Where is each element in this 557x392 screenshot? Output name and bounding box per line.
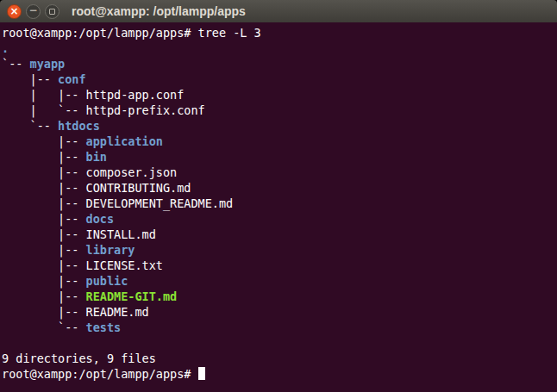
terminal-text: | |-- httpd-app.conf — [2, 88, 184, 102]
terminal-line: |-- CONTRIBUTING.md — [2, 180, 555, 196]
window-title: root@xampp: /opt/lampp/apps — [72, 4, 246, 18]
terminal-line: |-- DEVELOPMENT_README.md — [2, 196, 555, 211]
terminal-output[interactable]: root@xampp:/opt/lampp/apps# tree -L 3.`-… — [0, 22, 557, 392]
close-button[interactable]: × — [7, 4, 22, 19]
executable-name: README-GIT.md — [86, 289, 178, 303]
terminal-text: | `-- httpd-prefix.conf — [2, 103, 205, 117]
terminal-line: root@xampp:/opt/lampp/apps# — [2, 366, 555, 382]
terminal-text: |-- — [2, 212, 86, 226]
terminal-line: . — [2, 40, 555, 56]
terminal-text: root@xampp:/opt/lampp/apps# — [2, 367, 198, 381]
terminal-text: `-- — [2, 119, 58, 133]
terminal-text: |-- — [2, 289, 86, 303]
terminal-line: |-- application — [2, 134, 555, 149]
directory-name: . — [2, 41, 9, 55]
directory-name: conf — [58, 72, 86, 86]
terminal-line: |-- bin — [2, 149, 555, 165]
terminal-text: `-- — [2, 57, 30, 71]
terminal-window: × − root@xampp: /opt/lampp/apps root@xam… — [0, 0, 557, 392]
terminal-text: |-- CONTRIBUTING.md — [2, 181, 191, 195]
close-icon: × — [9, 6, 18, 16]
minimize-button[interactable]: − — [26, 4, 41, 19]
maximize-button[interactable] — [45, 4, 59, 19]
terminal-text: |-- — [2, 274, 86, 288]
terminal-text: |-- INSTALL.md — [2, 227, 156, 241]
terminal-line: root@xampp:/opt/lampp/apps# tree -L 3 — [2, 25, 555, 40]
terminal-line: |-- docs — [2, 211, 555, 227]
terminal-line: |-- conf — [2, 72, 555, 87]
terminal-line: | `-- httpd-prefix.conf — [2, 103, 555, 118]
terminal-text: |-- README.md — [2, 305, 149, 319]
terminal-cursor — [198, 367, 205, 380]
terminal-line — [2, 335, 555, 351]
terminal-line: 9 directories, 9 files — [2, 351, 555, 366]
directory-name: application — [86, 134, 163, 148]
terminal-line: |-- library — [2, 242, 555, 258]
directory-name: bin — [86, 150, 107, 164]
terminal-text: |-- — [2, 134, 86, 148]
terminal-text: root@xampp:/opt/lampp/apps# tree -L 3 — [2, 26, 261, 40]
terminal-text: |-- — [2, 72, 58, 86]
directory-name: htdocs — [58, 119, 100, 133]
terminal-line: `-- myapp — [2, 56, 555, 72]
window-controls: × − — [7, 4, 59, 19]
terminal-text: |-- — [2, 243, 86, 257]
terminal-line: |-- composer.json — [2, 165, 555, 180]
terminal-text: |-- composer.json — [2, 165, 177, 179]
terminal-line: `-- tests — [2, 320, 555, 335]
terminal-line: |-- INSTALL.md — [2, 227, 555, 242]
terminal-line: |-- README-GIT.md — [2, 289, 555, 304]
directory-name: public — [86, 274, 128, 288]
terminal-text: 9 directories, 9 files — [2, 352, 156, 365]
terminal-line: |-- README.md — [2, 304, 555, 320]
terminal-text: |-- DEVELOPMENT_README.md — [2, 196, 233, 210]
terminal-text: |-- — [2, 150, 86, 164]
directory-name: tests — [86, 320, 122, 334]
directory-name: docs — [86, 212, 115, 226]
directory-name: library — [86, 243, 135, 257]
maximize-icon — [49, 9, 55, 15]
terminal-line: |-- LICENSE.txt — [2, 258, 555, 273]
terminal-text: `-- — [2, 320, 86, 334]
minimize-icon: − — [28, 5, 37, 16]
terminal-line: `-- htdocs — [2, 118, 555, 134]
terminal-line: |-- public — [2, 273, 555, 289]
terminal-text: |-- LICENSE.txt — [2, 258, 163, 272]
title-bar[interactable]: × − root@xampp: /opt/lampp/apps — [0, 0, 557, 22]
terminal-line: | |-- httpd-app.conf — [2, 87, 555, 103]
directory-name: myapp — [30, 57, 66, 71]
